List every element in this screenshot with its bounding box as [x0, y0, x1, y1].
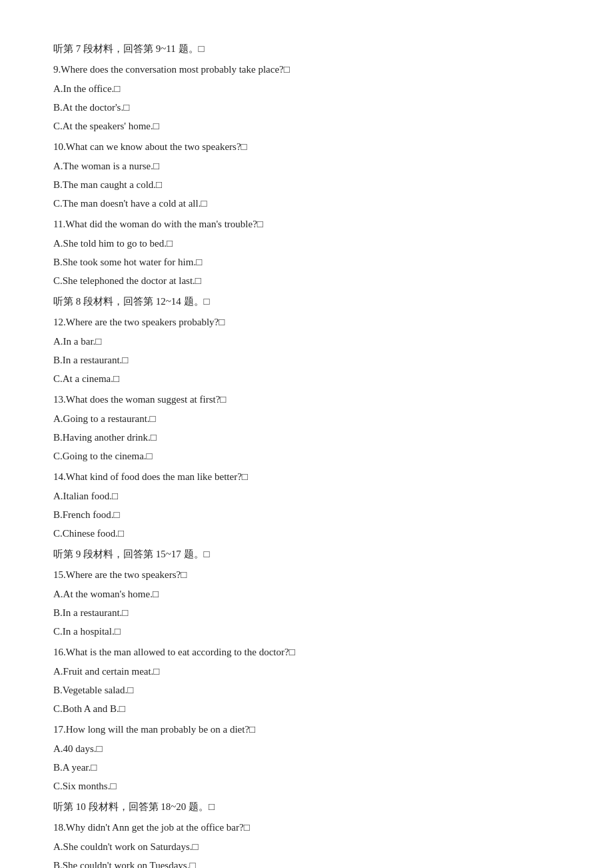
- question-text-3-3: 17.How long will the man probably be on …: [53, 721, 560, 739]
- option-2-3-3: C.Chinese food.□: [53, 525, 560, 543]
- option-3-2-1: A.Fruit and certain meat.□: [53, 663, 560, 681]
- option-2-3-1: A.Italian food.□: [53, 487, 560, 505]
- question-text-3-2: 16.What is the man allowed to eat accord…: [53, 643, 560, 661]
- question-1-1: 9.Where does the conversation most proba…: [53, 61, 560, 135]
- question-text-4-1: 18.Why didn't Ann get the job at the off…: [53, 819, 560, 837]
- option-1-2-3: C.The man doesn't have a cold at all.□: [53, 195, 560, 213]
- option-2-1-3: C.At a cinema.□: [53, 370, 560, 388]
- question-1-3: 11.What did the woman do with the man's …: [53, 215, 560, 290]
- section-header-1: 听第 7 段材料，回答第 9~11 题。□: [53, 40, 560, 58]
- section-2: 听第 8 段材料，回答第 12~14 题。□12.Where are the t…: [53, 293, 560, 543]
- question-text-1-2: 10.What can we know about the two speake…: [53, 138, 560, 156]
- section-3: 听第 9 段材料，回答第 15~17 题。□15.Where are the t…: [53, 545, 560, 795]
- option-1-1-2: B.At the doctor's.□: [53, 99, 560, 117]
- option-1-2-1: A.The woman is a nurse.□: [53, 157, 560, 175]
- option-3-3-2: B.A year.□: [53, 759, 560, 777]
- question-4-1: 18.Why didn't Ann get the job at the off…: [53, 819, 560, 868]
- section-4: 听第 10 段材料，回答第 18~20 题。□18.Why didn't Ann…: [53, 798, 560, 868]
- option-2-2-2: B.Having another drink.□: [53, 429, 560, 447]
- section-header-3: 听第 9 段材料，回答第 15~17 题。□: [53, 545, 560, 563]
- option-3-2-2: B.Vegetable salad.□: [53, 681, 560, 699]
- option-1-1-1: A.In the office.□: [53, 80, 560, 98]
- question-1-2: 10.What can we know about the two speake…: [53, 138, 560, 213]
- question-3-3: 17.How long will the man probably be on …: [53, 721, 560, 795]
- option-1-2-2: B.The man caught a cold.□: [53, 176, 560, 194]
- option-1-3-3: C.She telephoned the doctor at last.□: [53, 272, 560, 290]
- question-2-2: 13.What does the woman suggest at first?…: [53, 391, 560, 465]
- option-4-1-2: B.She couldn't work on Tuesdays.□: [53, 857, 560, 868]
- option-2-2-3: C.Going to the cinema.□: [53, 447, 560, 465]
- option-1-1-3: C.At the speakers' home.□: [53, 117, 560, 135]
- option-3-3-1: A.40 days.□: [53, 740, 560, 758]
- option-1-3-2: B.She took some hot water for him.□: [53, 253, 560, 271]
- question-3-1: 15.Where are the two speakers?□A.At the …: [53, 566, 560, 641]
- question-3-2: 16.What is the man allowed to eat accord…: [53, 643, 560, 718]
- question-text-1-3: 11.What did the woman do with the man's …: [53, 215, 560, 233]
- option-2-1-2: B.In a restaurant.□: [53, 351, 560, 369]
- option-4-1-1: A.She couldn't work on Saturdays.□: [53, 838, 560, 856]
- section-header-2: 听第 8 段材料，回答第 12~14 题。□: [53, 293, 560, 311]
- question-2-1: 12.Where are the two speakers probably?□…: [53, 313, 560, 388]
- question-text-2-1: 12.Where are the two speakers probably?□: [53, 313, 560, 331]
- question-text-2-2: 13.What does the woman suggest at first?…: [53, 391, 560, 409]
- question-text-1-1: 9.Where does the conversation most proba…: [53, 61, 560, 79]
- option-2-3-2: B.French food.□: [53, 506, 560, 524]
- section-header-4: 听第 10 段材料，回答第 18~20 题。□: [53, 798, 560, 816]
- main-content: 听第 7 段材料，回答第 9~11 题。□9.Where does the co…: [53, 40, 560, 868]
- option-3-1-2: B.In a restaurant.□: [53, 604, 560, 622]
- option-3-2-3: C.Both A and B.□: [53, 700, 560, 718]
- question-text-3-1: 15.Where are the two speakers?□: [53, 566, 560, 584]
- option-2-1-1: A.In a bar.□: [53, 333, 560, 351]
- option-3-1-3: C.In a hospital.□: [53, 623, 560, 641]
- question-text-2-3: 14.What kind of food does the man like b…: [53, 468, 560, 486]
- question-2-3: 14.What kind of food does the man like b…: [53, 468, 560, 543]
- option-3-3-3: C.Six months.□: [53, 777, 560, 795]
- option-3-1-1: A.At the woman's home.□: [53, 585, 560, 603]
- section-1: 听第 7 段材料，回答第 9~11 题。□9.Where does the co…: [53, 40, 560, 290]
- option-2-2-1: A.Going to a restaurant.□: [53, 410, 560, 428]
- option-1-3-1: A.She told him to go to bed.□: [53, 235, 560, 253]
